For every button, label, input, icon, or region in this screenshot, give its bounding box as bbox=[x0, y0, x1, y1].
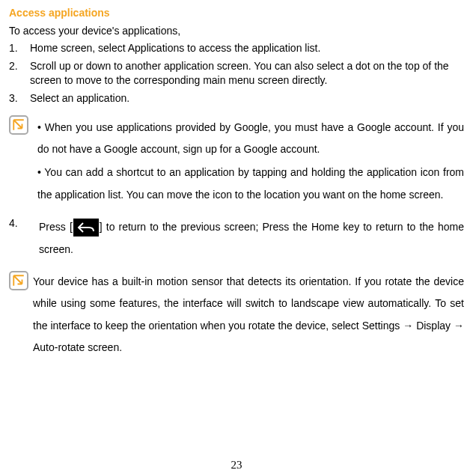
note-bullet: • When you use applications provided by … bbox=[33, 117, 464, 161]
step-text: Scroll up or down to another application… bbox=[30, 59, 464, 88]
note-block: • When you use applications provided by … bbox=[9, 115, 464, 207]
section-heading: Access applications bbox=[9, 6, 464, 21]
list-item: 3. Select an application. bbox=[9, 91, 464, 106]
step-number: 2. bbox=[9, 59, 30, 88]
intro-text: To access your device's applications, bbox=[9, 24, 464, 39]
note-bullet: • You can add a shortcut to an applicati… bbox=[33, 162, 464, 206]
note-icon bbox=[9, 115, 28, 135]
step-number: 1. bbox=[9, 41, 30, 56]
note-body: Your device has a built-in motion sensor… bbox=[33, 271, 464, 359]
note-icon bbox=[9, 271, 28, 290]
note-block: Your device has a built-in motion sensor… bbox=[9, 271, 464, 359]
back-key-icon bbox=[73, 219, 99, 237]
step-text: Select an application. bbox=[30, 91, 464, 106]
list-item: 1. Home screen, select Applications to a… bbox=[9, 41, 464, 56]
list-item: 2. Scroll up or down to another applicat… bbox=[9, 59, 464, 88]
list-item: 4. Press [] to return to the previous sc… bbox=[9, 216, 464, 260]
page-number: 23 bbox=[0, 457, 473, 473]
step-number: 4. bbox=[9, 216, 39, 260]
step4-post: ] to return to the previous screen; Pres… bbox=[39, 221, 464, 254]
step-number: 3. bbox=[9, 91, 30, 106]
steps-list: 1. Home screen, select Applications to a… bbox=[9, 41, 464, 106]
step4-pre: Press [ bbox=[39, 221, 73, 233]
step-text: Home screen, select Applications to acce… bbox=[30, 41, 464, 56]
note-body: • When you use applications provided by … bbox=[33, 115, 464, 207]
step-text: Press [] to return to the previous scree… bbox=[39, 216, 464, 260]
